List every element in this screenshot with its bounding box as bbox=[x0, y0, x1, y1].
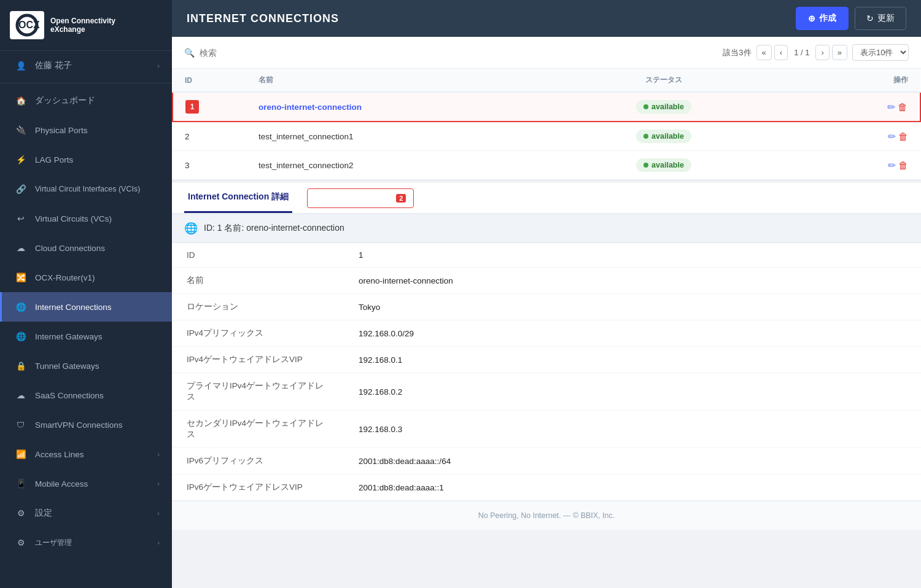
sidebar-item-mgmt[interactable]: ⚙ ユーザ管理 › bbox=[0, 528, 172, 557]
table-row[interactable]: 1oreno-internet-connectionavailable ✏ 🗑 bbox=[173, 92, 920, 122]
next-page-button[interactable]: › bbox=[815, 45, 829, 60]
last-page-button[interactable]: » bbox=[832, 45, 847, 60]
detail-field-value: 192.168.0.2 bbox=[344, 373, 921, 411]
sidebar-item-settings[interactable]: ⚙ 設定 › bbox=[0, 498, 172, 528]
cell-status: available bbox=[602, 122, 725, 151]
sidebar-item-label: ダッシュボード bbox=[35, 95, 95, 106]
cell-actions: ✏ 🗑 bbox=[725, 92, 920, 122]
tab-prefixes[interactable]: 追加プリフィックス 2 bbox=[307, 188, 414, 208]
detail-tabs: Internet Connection 詳細 追加プリフィックス 2 bbox=[172, 183, 921, 214]
sidebar-user-label: 佐藤 花子 bbox=[35, 60, 72, 71]
sidebar-item-label: Mobile Access bbox=[35, 479, 88, 489]
sidebar-item-physical-ports[interactable]: 🔌 Physical Ports bbox=[0, 115, 172, 145]
cloud-icon: ☁ bbox=[14, 241, 28, 255]
sidebar-item-vc[interactable]: ↩ Virtual Circuits (VCs) bbox=[0, 204, 172, 233]
detail-row: プライマリIPv4ゲートウェイアドレス192.168.0.2 bbox=[172, 373, 921, 411]
header-actions: ⊕ 作成 ↻ 更新 bbox=[796, 7, 906, 30]
detail-field-value: 192.168.0.1 bbox=[344, 347, 921, 373]
sidebar-item-mobile-access[interactable]: 📱 Mobile Access › bbox=[0, 469, 172, 498]
cell-status: available bbox=[602, 151, 725, 180]
chevron-right-icon: › bbox=[157, 62, 160, 69]
detail-field-value: Tokyo bbox=[344, 294, 921, 320]
content-area: 🔍 該当3件 « ‹ 1 / 1 › » 表示10件 bbox=[172, 37, 921, 588]
edit-icon[interactable]: ✏ bbox=[888, 131, 896, 142]
col-id: ID bbox=[173, 69, 246, 92]
detail-field-label: ID bbox=[172, 243, 344, 268]
vpn-icon: 🛡 bbox=[14, 418, 28, 431]
delete-icon[interactable]: 🗑 bbox=[898, 131, 908, 142]
sidebar-item-lag-ports[interactable]: ⚡ LAG Ports bbox=[0, 145, 172, 174]
status-dot bbox=[643, 163, 648, 168]
detail-header: 🌐 ID: 1 名前: oreno-internet-connection bbox=[172, 214, 921, 243]
delete-icon[interactable]: 🗑 bbox=[898, 102, 907, 112]
globe-icon: 🌐 bbox=[184, 222, 198, 235]
per-page-select[interactable]: 表示10件 bbox=[852, 44, 909, 61]
sidebar-item-label: Cloud Connections bbox=[35, 244, 105, 253]
user-icon: 👤 bbox=[14, 59, 28, 72]
delete-icon[interactable]: 🗑 bbox=[898, 160, 908, 171]
sidebar-item-internet-connections[interactable]: 🌐 Internet Connections bbox=[0, 292, 172, 322]
detail-field-value: 192.168.0.0/29 bbox=[344, 320, 921, 347]
page-title: INTERNET CONNECTIONS bbox=[187, 12, 339, 25]
total-count: 該当3件 bbox=[723, 47, 751, 58]
tunnel-icon: 🔒 bbox=[14, 359, 28, 373]
sidebar-item-dashboard[interactable]: 🏠 ダッシュボード bbox=[0, 86, 172, 115]
sidebar-item-user[interactable]: 👤 佐藤 花子 › bbox=[0, 51, 172, 80]
page-info: 1 / 1 bbox=[790, 48, 813, 57]
create-button[interactable]: ⊕ 作成 bbox=[796, 7, 849, 30]
detail-field-label: IPv4ゲートウェイアドレスVIP bbox=[172, 347, 344, 373]
table-row[interactable]: 2test_internet_connection1available ✏ 🗑 bbox=[173, 122, 920, 151]
refresh-icon: ↻ bbox=[866, 14, 874, 23]
cell-status: available bbox=[602, 92, 725, 122]
status-badge: available bbox=[636, 158, 691, 172]
detail-row: IPv4プリフィックス192.168.0.0/29 bbox=[172, 320, 921, 347]
vc-icon: ↩ bbox=[14, 212, 28, 225]
ocx-logo-icon: OCX bbox=[10, 11, 44, 39]
cell-actions: ✏ 🗑 bbox=[725, 151, 920, 180]
col-name: 名前 bbox=[246, 69, 602, 92]
edit-icon[interactable]: ✏ bbox=[887, 102, 895, 112]
detail-field-label: IPv6プリフィックス bbox=[172, 448, 344, 474]
status-dot bbox=[643, 134, 648, 139]
detail-field-value: 2001:db8:dead:aaaa::1 bbox=[344, 474, 921, 501]
detail-field-value: 192.168.0.3 bbox=[344, 411, 921, 448]
gear-icon: ⚙ bbox=[14, 506, 28, 520]
chevron-right-icon: › bbox=[157, 451, 160, 458]
sidebar-item-smartvpn[interactable]: 🛡 SmartVPN Connections bbox=[0, 410, 172, 439]
sidebar-item-cloud-connections[interactable]: ☁ Cloud Connections bbox=[0, 233, 172, 263]
logo-text: Open Connectivity eXchange bbox=[50, 17, 115, 34]
prev-page-button[interactable]: ‹ bbox=[774, 45, 788, 60]
search-box[interactable]: 🔍 bbox=[184, 48, 322, 58]
sidebar-item-ocx-router[interactable]: 🔀 OCX-Router(v1) bbox=[0, 263, 172, 292]
status-badge: available bbox=[636, 130, 691, 143]
sidebar-item-label: OCX-Router(v1) bbox=[35, 273, 95, 282]
status-dot bbox=[643, 104, 648, 109]
detail-field-label: IPv4プリフィックス bbox=[172, 320, 344, 347]
refresh-button[interactable]: ↻ 更新 bbox=[855, 7, 906, 30]
sidebar-item-label: 設定 bbox=[35, 508, 52, 519]
col-status: ステータス bbox=[602, 69, 725, 92]
tab-detail[interactable]: Internet Connection 詳細 bbox=[184, 183, 292, 213]
tab-detail-label: Internet Connection 詳細 bbox=[188, 191, 289, 201]
detail-row: 名前oreno-internet-connection bbox=[172, 268, 921, 294]
table-row[interactable]: 3test_internet_connection2available ✏ 🗑 bbox=[173, 151, 920, 180]
sidebar-item-label: SaaS Connections bbox=[35, 391, 104, 400]
sidebar-item-internet-gateways[interactable]: 🌐 Internet Gateways bbox=[0, 322, 172, 351]
cell-actions: ✏ 🗑 bbox=[725, 122, 920, 151]
first-page-button[interactable]: « bbox=[756, 45, 772, 60]
sidebar-item-vci[interactable]: 🔗 Virtual Circuit Interfaces (VCIs) bbox=[0, 174, 172, 204]
edit-icon[interactable]: ✏ bbox=[888, 160, 896, 171]
sidebar-item-label: Virtual Circuits (VCs) bbox=[35, 214, 112, 223]
detail-field-label: セカンダリIPv4ゲートウェイアドレス bbox=[172, 411, 344, 448]
sidebar-item-access-lines[interactable]: 📶 Access Lines › bbox=[0, 439, 172, 469]
search-input[interactable] bbox=[200, 48, 322, 58]
sidebar-item-label: Tunnel Gateways bbox=[35, 362, 99, 371]
row-selected-badge: 1 bbox=[185, 100, 199, 114]
table-header-row: ID 名前 ステータス 操作 bbox=[173, 69, 920, 92]
footer-text: No Peering, No Internet. --- © BBIX, Inc… bbox=[172, 501, 921, 530]
vci-icon: 🔗 bbox=[14, 182, 28, 196]
sidebar-item-tunnel-gateways[interactable]: 🔒 Tunnel Gateways bbox=[0, 351, 172, 381]
data-table: ID 名前 ステータス 操作 1oreno-internet-connectio… bbox=[172, 69, 921, 180]
sidebar-item-saas-connections[interactable]: ☁ SaaS Connections bbox=[0, 381, 172, 410]
cell-id: 2 bbox=[173, 122, 246, 151]
